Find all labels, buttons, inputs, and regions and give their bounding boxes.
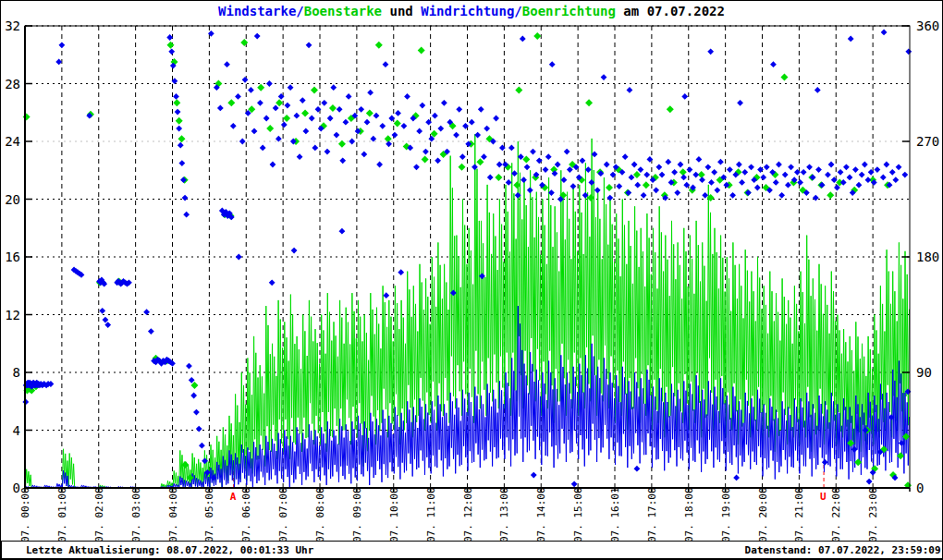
right-axis-tick-label: 0 [916, 481, 924, 495]
x-axis-tick-label: 07. 15:00 [572, 487, 584, 541]
x-axis-tick-label: 07. 07:00 [277, 487, 289, 541]
left-axis-tick-label: 20 [5, 192, 20, 207]
x-axis-tick-label: 07. 14:00 [535, 487, 547, 541]
left-axis-tick-label: 12 [5, 308, 20, 323]
x-axis-tick-label: 07. 11:00 [425, 487, 437, 541]
left-axis-tick-label: 32 [5, 18, 20, 33]
right-axis-tick-label: 360 [916, 18, 939, 33]
x-axis-tick-label: 07. 08:00 [314, 487, 326, 541]
right-axis-tick-label: 90 [916, 365, 932, 380]
x-axis-tick-label: 07. 05:00 [203, 487, 215, 541]
x-axis-tick-label: 07. 16:01 [609, 487, 621, 541]
last-update-text: Letzte Aktualisierung: 08.07.2022, 00:01… [26, 544, 313, 556]
weather-chart-page: Windstarke/Boenstarke und Windrichtung/B… [0, 0, 943, 560]
left-axis-tick-label: 28 [5, 77, 20, 91]
status-bar: Letzte Aktualisierung: 08.07.2022, 00:01… [1, 541, 943, 559]
x-axis-tick-label: 07. 12:00 [462, 487, 474, 541]
x-axis-tick-label: 07. 17:00 [646, 487, 658, 541]
x-axis-tick-label: 07. 00:00 [19, 487, 31, 541]
x-axis-tick-label: 07. 01:00 [56, 487, 68, 541]
left-axis-tick-label: 4 [13, 423, 20, 438]
sun-marker-label: A [230, 491, 237, 503]
x-axis-tick-label: 07. 02:00 [93, 487, 105, 541]
sun-marker-label: U [820, 491, 827, 503]
x-axis-tick-label: 07. 18:00 [683, 487, 695, 541]
x-axis-tick-label: 07. 03:00 [130, 487, 142, 541]
x-axis-tick-label: 07. 21:00 [793, 487, 805, 541]
wind-chart-canvas: AU04812162024283209018027036007. 00:0007… [1, 1, 942, 541]
left-axis-tick-label: 8 [13, 365, 20, 380]
x-axis-tick-label: 07. 20:00 [757, 487, 769, 541]
left-axis-tick-label: 16 [5, 250, 20, 264]
x-axis-tick-label: 07. 22:00 [830, 487, 842, 541]
x-axis-tick-label: 07. 19:00 [720, 487, 732, 541]
x-axis-tick-label: 07. 13:00 [498, 487, 510, 541]
x-axis-tick-label: 07. 10:00 [388, 487, 400, 541]
left-axis-tick-label: 24 [5, 134, 20, 149]
x-axis-tick-label: 07. 09:00 [351, 487, 363, 541]
x-axis-tick-label: 07. 23:00 [867, 487, 879, 541]
data-state-text: Datenstand: 07.07.2022, 23:59:09 Uhr [745, 544, 943, 556]
x-axis-tick-label: 07. 06:00 [240, 487, 252, 541]
right-axis-tick-label: 180 [916, 250, 939, 264]
right-axis-tick-label: 270 [916, 134, 939, 149]
x-axis-tick-label: 07. 04:00 [167, 487, 179, 541]
